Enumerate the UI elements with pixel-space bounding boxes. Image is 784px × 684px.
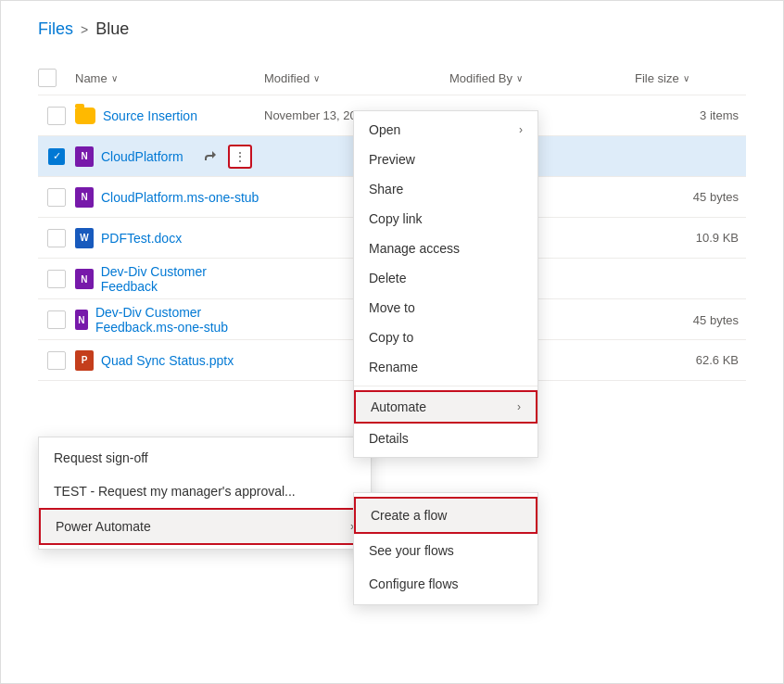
row-checkbox-devdiv[interactable] xyxy=(38,270,75,288)
context-menu-move-to[interactable]: Move to xyxy=(354,293,537,323)
row-checkbox-pdf[interactable] xyxy=(38,229,75,247)
left-menu-test-request[interactable]: TEST - Request my manager's approval... xyxy=(39,475,371,508)
select-all-checkbox[interactable] xyxy=(38,69,57,87)
pdftest-name-cell: W PDFTest.docx xyxy=(75,228,264,248)
right-submenu-create-flow[interactable]: Create a flow xyxy=(354,497,537,534)
quad-checkbox[interactable] xyxy=(47,351,66,370)
source-insertion-name-cell: Source Insertion xyxy=(75,108,264,124)
source-insertion-link[interactable]: Source Insertion xyxy=(103,108,197,123)
pdftest-size: 10.9 KB xyxy=(635,231,746,245)
header-name[interactable]: Name ∨ xyxy=(75,71,264,85)
context-menu-divider xyxy=(354,386,537,386)
ppt-icon: P xyxy=(75,350,94,371)
source-size: 3 items xyxy=(635,108,746,122)
cloudstub-name-cell: N CloudPlatform.ms-one-stub xyxy=(75,187,264,208)
context-menu-manage-access[interactable]: Manage access xyxy=(354,234,537,263)
context-menu-delete[interactable]: Delete xyxy=(354,263,537,293)
modified-sort-icon: ∨ xyxy=(313,73,320,83)
left-menu-power-automate[interactable]: Power Automate › xyxy=(39,508,371,545)
devdiv-checkbox[interactable] xyxy=(47,270,66,288)
context-menu-details[interactable]: Details xyxy=(354,424,537,453)
context-menu-copy-to[interactable]: Copy to xyxy=(354,323,537,352)
row-checkbox-cloud[interactable]: ✓ xyxy=(38,148,75,165)
cloud-checkbox[interactable]: ✓ xyxy=(48,148,65,165)
table-header: Name ∨ Modified ∨ Modified By ∨ File siz… xyxy=(38,61,746,95)
context-menu-automate[interactable]: Automate › xyxy=(354,390,537,424)
context-menu-rename[interactable]: Rename xyxy=(354,352,537,382)
open-submenu-arrow: › xyxy=(519,123,523,136)
breadcrumb-current: Blue xyxy=(95,19,129,39)
breadcrumb-files-link[interactable]: Files xyxy=(38,19,73,39)
onenote-icon-4: N xyxy=(75,310,88,330)
quad-link[interactable]: Quad Sync Status.pptx xyxy=(101,353,234,368)
name-sort-icon: ∨ xyxy=(111,73,118,83)
cloud-platform-actions: ⋮ xyxy=(198,145,252,169)
devdivstub-checkbox[interactable] xyxy=(47,310,66,329)
devdivstub-size: 45 bytes xyxy=(635,313,746,327)
left-menu-request-signoff[interactable]: Request sign-off xyxy=(39,441,371,475)
header-file-size[interactable]: File size ∨ xyxy=(635,71,746,85)
context-menu-share[interactable]: Share xyxy=(354,174,537,204)
context-menu: Open › Preview Share Copy link Manage ac… xyxy=(353,110,538,458)
more-options-icon[interactable]: ⋮ xyxy=(228,145,252,169)
quad-size: 62.6 KB xyxy=(635,353,746,367)
cloudstub-size: 45 bytes xyxy=(635,190,746,204)
devdiv-name-cell: N Dev-Div Customer Feedback xyxy=(75,264,264,294)
share-icon[interactable] xyxy=(198,145,222,169)
folder-icon xyxy=(75,108,95,124)
row-checkbox-devdivstub[interactable] xyxy=(38,310,75,329)
row-checkbox-source[interactable] xyxy=(38,107,75,125)
automate-submenu-arrow: › xyxy=(517,400,521,413)
header-modified[interactable]: Modified ∨ xyxy=(264,71,449,85)
source-checkbox[interactable] xyxy=(47,107,66,125)
context-menu-open[interactable]: Open › xyxy=(354,115,537,145)
stub1-checkbox[interactable] xyxy=(47,188,66,207)
onenote-icon-2: N xyxy=(75,187,94,208)
onenote-icon-3: N xyxy=(75,269,94,289)
right-submenu-see-flows[interactable]: See your flows xyxy=(354,534,537,567)
breadcrumb-separator: > xyxy=(81,22,88,37)
right-submenu-configure-flows[interactable]: Configure flows xyxy=(354,567,537,601)
modified-by-sort-icon: ∨ xyxy=(516,73,523,83)
word-icon: W xyxy=(75,228,94,248)
onenote-icon: N xyxy=(75,146,94,167)
breadcrumb: Files > Blue xyxy=(38,19,746,39)
header-modified-by[interactable]: Modified By ∨ xyxy=(449,71,635,85)
left-context-menu: Request sign-off TEST - Request my manag… xyxy=(38,437,372,550)
page-container: Files > Blue Name ∨ Modified ∨ Modified … xyxy=(0,0,784,684)
context-menu-preview[interactable]: Preview xyxy=(354,145,537,174)
devdivstub-link[interactable]: Dev-Div Customer Feedback.ms-one-stub xyxy=(95,305,264,335)
cloud-platform-name-cell: N CloudPlatform ⋮ xyxy=(75,145,264,169)
file-size-sort-icon: ∨ xyxy=(683,73,689,83)
header-checkbox-col xyxy=(38,69,75,87)
pdftest-link[interactable]: PDFTest.docx xyxy=(101,231,182,246)
row-checkbox-quad[interactable] xyxy=(38,351,75,370)
quad-name-cell: P Quad Sync Status.pptx xyxy=(75,350,264,371)
devdivstub-name-cell: N Dev-Div Customer Feedback.ms-one-stub xyxy=(75,305,264,335)
row-checkbox-stub1[interactable] xyxy=(38,188,75,207)
context-menu-copy-link[interactable]: Copy link xyxy=(354,204,537,234)
right-submenu: Create a flow See your flows Configure f… xyxy=(353,492,538,605)
cloud-platform-link[interactable]: CloudPlatform xyxy=(101,149,183,164)
devdiv-link[interactable]: Dev-Div Customer Feedback xyxy=(101,264,264,294)
pdf-checkbox[interactable] xyxy=(47,229,66,247)
cloudstub-link[interactable]: CloudPlatform.ms-one-stub xyxy=(101,190,259,205)
